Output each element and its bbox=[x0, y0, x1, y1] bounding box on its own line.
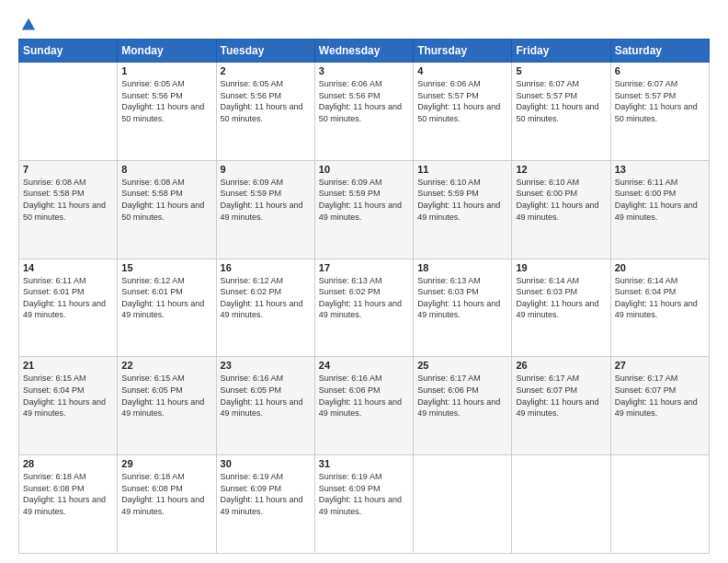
weekday-header-thursday: Thursday bbox=[414, 40, 512, 63]
day-info: Sunrise: 6:05 AM Sunset: 5:56 PM Dayligh… bbox=[121, 78, 211, 124]
logo-text bbox=[18, 17, 37, 33]
calendar-cell: 28Sunrise: 6:18 AM Sunset: 6:08 PM Dayli… bbox=[19, 455, 118, 554]
day-info: Sunrise: 6:12 AM Sunset: 6:01 PM Dayligh… bbox=[121, 275, 211, 321]
day-info: Sunrise: 6:14 AM Sunset: 6:04 PM Dayligh… bbox=[615, 275, 705, 321]
weekday-header-monday: Monday bbox=[118, 40, 216, 63]
day-number: 15 bbox=[121, 262, 211, 273]
day-number: 19 bbox=[516, 262, 606, 273]
day-number: 1 bbox=[121, 65, 211, 76]
calendar-cell: 31Sunrise: 6:19 AM Sunset: 6:09 PM Dayli… bbox=[314, 455, 413, 554]
calendar-cell: 14Sunrise: 6:11 AM Sunset: 6:01 PM Dayli… bbox=[19, 259, 118, 357]
calendar-cell: 8Sunrise: 6:08 AM Sunset: 5:58 PM Daylig… bbox=[118, 160, 216, 259]
calendar-cell: 13Sunrise: 6:11 AM Sunset: 6:00 PM Dayli… bbox=[610, 160, 709, 259]
calendar-cell: 16Sunrise: 6:12 AM Sunset: 6:02 PM Dayli… bbox=[216, 259, 314, 357]
day-number: 29 bbox=[121, 458, 211, 469]
calendar-cell: 10Sunrise: 6:09 AM Sunset: 5:59 PM Dayli… bbox=[314, 160, 413, 259]
day-number: 16 bbox=[221, 262, 311, 273]
calendar-cell: 20Sunrise: 6:14 AM Sunset: 6:04 PM Dayli… bbox=[610, 259, 709, 357]
calendar-cell: 30Sunrise: 6:19 AM Sunset: 6:09 PM Dayli… bbox=[216, 455, 314, 554]
week-row-2: 14Sunrise: 6:11 AM Sunset: 6:01 PM Dayli… bbox=[19, 259, 710, 357]
calendar-cell bbox=[610, 455, 709, 554]
day-number: 9 bbox=[221, 164, 311, 175]
svg-marker-0 bbox=[22, 18, 35, 30]
day-info: Sunrise: 6:19 AM Sunset: 6:09 PM Dayligh… bbox=[319, 471, 409, 517]
day-number: 7 bbox=[23, 164, 113, 175]
calendar-cell: 25Sunrise: 6:17 AM Sunset: 6:06 PM Dayli… bbox=[414, 357, 512, 455]
calendar-page: SundayMondayTuesdayWednesdayThursdayFrid… bbox=[0, 0, 728, 563]
day-number: 5 bbox=[516, 65, 606, 76]
weekday-header-friday: Friday bbox=[512, 40, 610, 63]
calendar-cell: 5Sunrise: 6:07 AM Sunset: 5:57 PM Daylig… bbox=[512, 63, 610, 161]
day-number: 27 bbox=[615, 360, 705, 371]
calendar-cell: 17Sunrise: 6:13 AM Sunset: 6:02 PM Dayli… bbox=[314, 259, 413, 357]
day-info: Sunrise: 6:16 AM Sunset: 6:05 PM Dayligh… bbox=[221, 373, 311, 419]
day-info: Sunrise: 6:18 AM Sunset: 6:08 PM Dayligh… bbox=[23, 471, 113, 517]
day-info: Sunrise: 6:08 AM Sunset: 5:58 PM Dayligh… bbox=[23, 177, 113, 223]
calendar-cell: 21Sunrise: 6:15 AM Sunset: 6:04 PM Dayli… bbox=[19, 357, 118, 455]
day-info: Sunrise: 6:07 AM Sunset: 5:57 PM Dayligh… bbox=[615, 78, 705, 124]
logo-icon bbox=[20, 17, 37, 33]
day-number: 18 bbox=[417, 262, 507, 273]
day-number: 11 bbox=[417, 164, 507, 175]
calendar-cell bbox=[19, 63, 118, 161]
day-number: 28 bbox=[23, 458, 113, 469]
day-number: 23 bbox=[221, 360, 311, 371]
calendar-cell: 1Sunrise: 6:05 AM Sunset: 5:56 PM Daylig… bbox=[118, 63, 216, 161]
day-number: 31 bbox=[319, 458, 409, 469]
day-number: 21 bbox=[23, 360, 113, 371]
day-info: Sunrise: 6:17 AM Sunset: 6:07 PM Dayligh… bbox=[615, 373, 705, 419]
day-info: Sunrise: 6:06 AM Sunset: 5:56 PM Dayligh… bbox=[319, 78, 409, 124]
week-row-0: 1Sunrise: 6:05 AM Sunset: 5:56 PM Daylig… bbox=[19, 63, 710, 161]
day-number: 2 bbox=[221, 65, 311, 76]
day-info: Sunrise: 6:09 AM Sunset: 5:59 PM Dayligh… bbox=[319, 177, 409, 223]
calendar-cell bbox=[512, 455, 610, 554]
day-info: Sunrise: 6:15 AM Sunset: 6:04 PM Dayligh… bbox=[23, 373, 113, 419]
day-info: Sunrise: 6:10 AM Sunset: 5:59 PM Dayligh… bbox=[417, 177, 507, 223]
day-info: Sunrise: 6:05 AM Sunset: 5:56 PM Dayligh… bbox=[221, 78, 311, 124]
day-info: Sunrise: 6:06 AM Sunset: 5:57 PM Dayligh… bbox=[417, 78, 507, 124]
day-info: Sunrise: 6:11 AM Sunset: 6:01 PM Dayligh… bbox=[23, 275, 113, 321]
day-info: Sunrise: 6:15 AM Sunset: 6:05 PM Dayligh… bbox=[121, 373, 211, 419]
day-number: 3 bbox=[319, 65, 409, 76]
week-row-3: 21Sunrise: 6:15 AM Sunset: 6:04 PM Dayli… bbox=[19, 357, 710, 455]
weekday-header-sunday: Sunday bbox=[19, 40, 118, 63]
calendar-cell: 18Sunrise: 6:13 AM Sunset: 6:03 PM Dayli… bbox=[414, 259, 512, 357]
day-info: Sunrise: 6:16 AM Sunset: 6:06 PM Dayligh… bbox=[319, 373, 409, 419]
calendar-cell: 26Sunrise: 6:17 AM Sunset: 6:07 PM Dayli… bbox=[512, 357, 610, 455]
week-row-4: 28Sunrise: 6:18 AM Sunset: 6:08 PM Dayli… bbox=[19, 455, 710, 554]
week-row-1: 7Sunrise: 6:08 AM Sunset: 5:58 PM Daylig… bbox=[19, 160, 710, 259]
day-info: Sunrise: 6:17 AM Sunset: 6:07 PM Dayligh… bbox=[516, 373, 606, 419]
day-number: 13 bbox=[615, 164, 705, 175]
day-number: 14 bbox=[23, 262, 113, 273]
day-number: 6 bbox=[615, 65, 705, 76]
day-info: Sunrise: 6:13 AM Sunset: 6:02 PM Dayligh… bbox=[319, 275, 409, 321]
calendar-cell: 3Sunrise: 6:06 AM Sunset: 5:56 PM Daylig… bbox=[314, 63, 413, 161]
calendar-table: SundayMondayTuesdayWednesdayThursdayFrid… bbox=[18, 39, 710, 554]
day-number: 20 bbox=[615, 262, 705, 273]
day-info: Sunrise: 6:08 AM Sunset: 5:58 PM Dayligh… bbox=[121, 177, 211, 223]
calendar-cell: 6Sunrise: 6:07 AM Sunset: 5:57 PM Daylig… bbox=[610, 63, 709, 161]
calendar-cell: 9Sunrise: 6:09 AM Sunset: 5:59 PM Daylig… bbox=[216, 160, 314, 259]
day-number: 12 bbox=[516, 164, 606, 175]
day-number: 25 bbox=[417, 360, 507, 371]
day-info: Sunrise: 6:12 AM Sunset: 6:02 PM Dayligh… bbox=[221, 275, 311, 321]
weekday-header-saturday: Saturday bbox=[610, 40, 709, 63]
calendar-cell: 24Sunrise: 6:16 AM Sunset: 6:06 PM Dayli… bbox=[314, 357, 413, 455]
calendar-cell: 22Sunrise: 6:15 AM Sunset: 6:05 PM Dayli… bbox=[118, 357, 216, 455]
day-info: Sunrise: 6:13 AM Sunset: 6:03 PM Dayligh… bbox=[417, 275, 507, 321]
day-number: 30 bbox=[221, 458, 311, 469]
calendar-cell: 27Sunrise: 6:17 AM Sunset: 6:07 PM Dayli… bbox=[610, 357, 709, 455]
day-info: Sunrise: 6:18 AM Sunset: 6:08 PM Dayligh… bbox=[121, 471, 211, 517]
day-number: 22 bbox=[121, 360, 211, 371]
day-number: 4 bbox=[417, 65, 507, 76]
day-info: Sunrise: 6:11 AM Sunset: 6:00 PM Dayligh… bbox=[615, 177, 705, 223]
day-number: 17 bbox=[319, 262, 409, 273]
header bbox=[18, 17, 710, 29]
calendar-cell: 2Sunrise: 6:05 AM Sunset: 5:56 PM Daylig… bbox=[216, 63, 314, 161]
calendar-cell bbox=[414, 455, 512, 554]
day-info: Sunrise: 6:09 AM Sunset: 5:59 PM Dayligh… bbox=[221, 177, 311, 223]
calendar-cell: 15Sunrise: 6:12 AM Sunset: 6:01 PM Dayli… bbox=[118, 259, 216, 357]
weekday-header-tuesday: Tuesday bbox=[216, 40, 314, 63]
day-info: Sunrise: 6:14 AM Sunset: 6:03 PM Dayligh… bbox=[516, 275, 606, 321]
day-number: 10 bbox=[319, 164, 409, 175]
